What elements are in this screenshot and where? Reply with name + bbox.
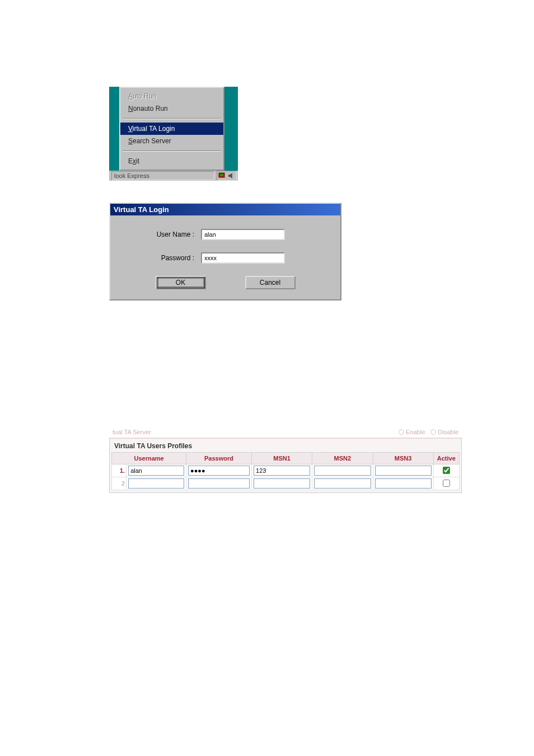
menu-accent-strip <box>109 87 119 171</box>
msn2-cell-input[interactable] <box>314 478 371 489</box>
radio-icon <box>430 429 436 435</box>
server-toggle-label: tual TA Server <box>113 429 151 435</box>
menu-item-nonauto-run[interactable]: Nonauto Run <box>120 102 223 115</box>
msn1-cell-input[interactable] <box>254 466 310 476</box>
disable-label: Disable <box>438 429 458 435</box>
menu-nonauto-rest: onauto Run <box>133 105 168 112</box>
row-number: 1. <box>112 464 127 477</box>
profiles-header-row: Username Password MSN1 MSN2 MSN3 Active <box>112 453 460 464</box>
context-menu: Auto Run Nonauto Run Virtual TA Login Se… <box>119 87 224 171</box>
password-label: Password : <box>123 254 201 262</box>
menu-right-strip <box>224 87 238 171</box>
menu-exit-rest: it <box>136 157 139 165</box>
radio-icon <box>399 429 404 435</box>
dialog-titlebar: Virtual TA Login <box>110 204 340 215</box>
username-input[interactable] <box>201 229 285 240</box>
msn3-cell-input[interactable] <box>375 466 432 476</box>
password-cell-input[interactable] <box>188 466 250 476</box>
enable-label: Enable <box>406 429 425 435</box>
enable-radio[interactable]: Enable <box>399 429 425 435</box>
profiles-panel: Virtual TA Users Profiles Username Passw… <box>109 438 462 493</box>
col-username: Username <box>112 453 186 464</box>
table-row: 2 <box>112 477 460 490</box>
virtual-ta-login-dialog: Virtual TA Login User Name : Password : … <box>109 203 341 300</box>
menu-separator <box>123 151 221 152</box>
server-toggle-row: tual TA Server Enable Disable <box>109 428 462 436</box>
svg-rect-1 <box>220 174 223 176</box>
tray-volume-icon[interactable] <box>227 172 235 180</box>
menu-item-auto-run[interactable]: Auto Run <box>120 90 223 102</box>
menu-item-exit[interactable]: Exit <box>120 155 223 167</box>
ok-button[interactable]: OK <box>156 276 206 289</box>
username-cell-input[interactable] <box>128 478 184 489</box>
cancel-button[interactable]: Cancel <box>245 276 296 289</box>
row-number: 2 <box>112 477 127 490</box>
profiles-title: Virtual TA Users Profiles <box>110 439 461 452</box>
taskbar-fragment: look Express <box>109 170 238 181</box>
password-input[interactable] <box>201 252 285 264</box>
msn3-cell-input[interactable] <box>375 478 432 489</box>
col-password: Password <box>186 453 252 464</box>
menu-item-search-server[interactable]: Search Server <box>120 135 223 147</box>
active-checkbox[interactable] <box>443 467 450 474</box>
taskbar-button-outlook[interactable]: look Express <box>111 171 214 180</box>
password-cell-input[interactable] <box>188 478 250 489</box>
svg-marker-2 <box>228 173 232 179</box>
username-label: User Name : <box>123 231 201 238</box>
username-row: User Name : <box>123 229 328 240</box>
menu-separator <box>123 118 221 119</box>
username-cell-input[interactable] <box>128 466 184 476</box>
system-tray <box>217 171 237 181</box>
dialog-body: User Name : Password : OK Cancel <box>110 215 340 299</box>
col-active: Active <box>433 453 459 464</box>
active-checkbox[interactable] <box>443 480 450 487</box>
col-msn3: MSN3 <box>373 453 433 464</box>
col-msn1: MSN1 <box>252 453 312 464</box>
col-msn2: MSN2 <box>312 453 373 464</box>
disable-radio[interactable]: Disable <box>430 429 458 435</box>
profiles-table: Username Password MSN1 MSN2 MSN3 Active … <box>111 452 460 490</box>
context-menu-wrapper: Auto Run Nonauto Run Virtual TA Login Se… <box>109 87 238 181</box>
table-row: 1. <box>112 464 460 477</box>
dialog-button-row: OK Cancel <box>123 276 328 289</box>
msn1-cell-input[interactable] <box>254 478 310 489</box>
tray-display-icon[interactable] <box>218 172 226 180</box>
password-row: Password : <box>123 252 328 264</box>
menu-vta-rest: irtual TA Login <box>133 125 175 133</box>
menu-item-virtual-ta-login[interactable]: Virtual TA Login <box>120 123 223 135</box>
msn2-cell-input[interactable] <box>314 466 371 476</box>
menu-search-rest: earch Server <box>133 137 171 145</box>
profiles-section: tual TA Server Enable Disable Virtual TA… <box>109 428 462 493</box>
menu-auto-run-rest: uto Run <box>133 92 156 100</box>
